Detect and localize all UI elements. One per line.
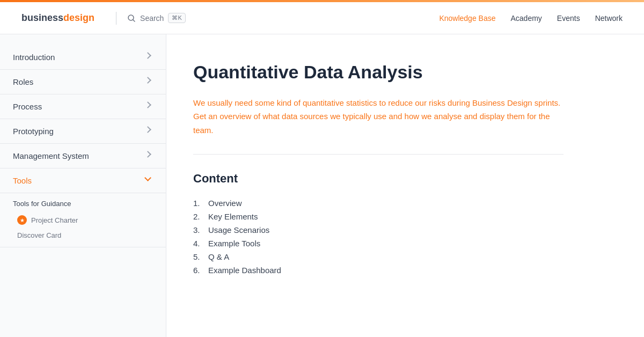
list-text: Example Tools	[208, 239, 260, 248]
chevron-right-icon	[144, 53, 153, 62]
sidebar-item-prototyping[interactable]: Prototyping	[0, 119, 166, 144]
list-num: 3.	[193, 225, 204, 235]
nav-network[interactable]: Network	[595, 14, 623, 23]
page-title: Quantitative Data Analysis	[193, 61, 564, 83]
list-num: 1.	[193, 199, 204, 208]
list-num: 4.	[193, 239, 204, 248]
logo[interactable]: business design	[21, 12, 94, 24]
nav-knowledge-base[interactable]: Knowledge Base	[439, 14, 495, 23]
chevron-right-icon	[144, 102, 153, 111]
page-layout: Introduction Roles Process Prototyping M…	[0, 34, 644, 337]
list-text: Overview	[208, 199, 242, 208]
logo-design: design	[63, 12, 94, 24]
content-heading: Content	[193, 172, 564, 186]
list-text: Usage Scenarios	[208, 225, 269, 235]
search-kbd: ⌘K	[168, 13, 185, 23]
search-kbd-symbol: ⌘K	[172, 14, 181, 21]
sidebar-sub-item-discover-card[interactable]: Discover Card	[0, 228, 166, 243]
svg-line-1	[133, 19, 135, 21]
search-icon	[127, 14, 136, 23]
sidebar: Introduction Roles Process Prototyping M…	[0, 34, 166, 337]
chevron-right-icon	[144, 78, 153, 86]
content-divider	[193, 154, 564, 155]
list-item: 3.Usage Scenarios	[193, 223, 564, 237]
chevron-down-icon	[144, 177, 153, 185]
list-num: 5.	[193, 252, 204, 261]
list-text: Q & A	[208, 252, 229, 261]
intro-text: We usually need some kind of quantitativ…	[193, 96, 564, 137]
star-icon: ★	[17, 215, 27, 225]
logo-business: business	[21, 12, 63, 24]
sidebar-item-tools[interactable]: Tools	[0, 169, 166, 193]
list-text: Example Dashboard	[208, 266, 281, 275]
content-list: 1.Overview 2.Key Elements 3.Usage Scenar…	[193, 196, 564, 277]
sidebar-item-introduction[interactable]: Introduction	[0, 45, 166, 70]
sidebar-sub-item-project-charter[interactable]: ★ Project Charter	[0, 212, 166, 228]
list-item: 2.Key Elements	[193, 210, 564, 223]
header-divider	[116, 12, 116, 25]
list-item: 4.Example Tools	[193, 237, 564, 250]
main-content: Quantitative Data Analysis We usually ne…	[166, 34, 596, 337]
list-item: 5.Q & A	[193, 250, 564, 263]
nav-events[interactable]: Events	[557, 14, 580, 23]
sidebar-item-roles[interactable]: Roles	[0, 70, 166, 94]
main-header: business design Search ⌘K Knowledge Base…	[0, 2, 644, 34]
list-item: 1.Overview	[193, 196, 564, 210]
list-num: 6.	[193, 266, 204, 275]
list-num: 2.	[193, 212, 204, 221]
list-text: Key Elements	[208, 212, 258, 221]
list-item: 6.Example Dashboard	[193, 263, 564, 277]
tools-group-label: Tools for Guidance	[0, 193, 166, 212]
nav-academy[interactable]: Academy	[510, 14, 541, 23]
sidebar-item-process[interactable]: Process	[0, 94, 166, 119]
chevron-right-icon	[144, 127, 153, 136]
sidebar-item-management-system[interactable]: Management System	[0, 144, 166, 169]
chevron-right-icon	[144, 152, 153, 160]
search-label: Search	[140, 14, 164, 23]
sidebar-tools-submenu: Tools for Guidance ★ Project Charter Dis…	[0, 193, 166, 247]
search-bar[interactable]: Search ⌘K	[127, 13, 186, 23]
main-nav: Knowledge Base Academy Events Network	[439, 14, 623, 23]
